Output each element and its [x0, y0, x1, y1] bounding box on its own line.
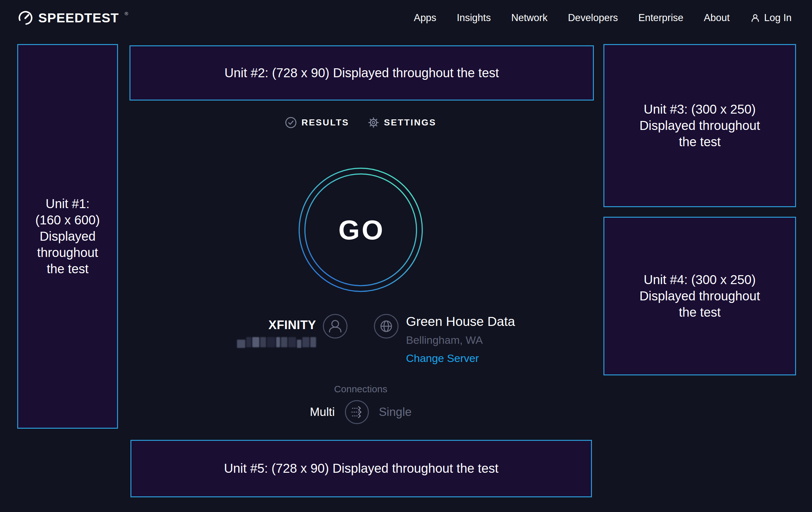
- ad-unit-5-text: Unit #5: (728 x 90) Displayed throughout…: [224, 460, 498, 477]
- connections-label: Connections: [334, 384, 387, 395]
- ad-unit-5[interactable]: Unit #5: (728 x 90) Displayed throughout…: [130, 440, 592, 497]
- tab-settings[interactable]: SETTINGS: [368, 117, 436, 128]
- change-server-link[interactable]: Change Server: [406, 352, 479, 365]
- go-button-label: GO: [298, 167, 423, 292]
- ad-unit-1-text: Unit #1: (160 x 600) Displayed throughou…: [35, 196, 100, 277]
- speedometer-gauge-icon: [18, 10, 33, 26]
- tab-settings-label: SETTINGS: [384, 117, 436, 128]
- globe-icon: [374, 314, 399, 339]
- nav-item-about[interactable]: About: [704, 12, 730, 24]
- user-icon: [750, 13, 760, 23]
- logo-trademark: ®: [125, 11, 128, 16]
- tab-results-label: RESULTS: [301, 117, 349, 128]
- logo-text: SPEEDTEST: [38, 10, 119, 26]
- ad-unit-4[interactable]: Unit #4: (300 x 250) Displayed throughou…: [603, 217, 796, 375]
- ad-unit-1[interactable]: Unit #1: (160 x 600) Displayed throughou…: [17, 44, 118, 429]
- login-button[interactable]: Log In: [750, 12, 791, 24]
- nav-item-network[interactable]: Network: [511, 12, 548, 24]
- check-circle-icon: [285, 117, 297, 128]
- login-label: Log In: [764, 12, 791, 24]
- gear-icon: [368, 117, 379, 128]
- nav-item-enterprise[interactable]: Enterprise: [638, 12, 683, 24]
- connections-multi-option[interactable]: Multi: [310, 405, 335, 419]
- server-location: Bellingham, WA: [406, 334, 483, 346]
- ad-unit-4-text: Unit #4: (300 x 250) Displayed throughou…: [639, 272, 760, 321]
- avatar-icon: [322, 314, 348, 339]
- ad-unit-3-text: Unit #3: (300 x 250) Displayed throughou…: [639, 101, 760, 150]
- nav-item-developers[interactable]: Developers: [568, 12, 618, 24]
- connections-toggle[interactable]: [344, 400, 369, 425]
- speedtest-logo[interactable]: SPEEDTEST ®: [18, 10, 127, 26]
- isp-name: XFINITY: [268, 318, 316, 332]
- connections-single-option[interactable]: Single: [379, 405, 412, 419]
- ip-address-redacted: [237, 336, 316, 348]
- nav-item-apps[interactable]: Apps: [414, 12, 436, 24]
- connections-toggle-row: Multi Single: [310, 400, 412, 425]
- tabs-row: RESULTS: [285, 116, 436, 129]
- speed-test-panel: RESULTS: [118, 36, 603, 425]
- go-button[interactable]: GO: [298, 167, 423, 292]
- top-nav-bar: SPEEDTEST ® Apps Insights Network Develo…: [0, 0, 812, 36]
- main-nav: Apps Insights Network Developers Enterpr…: [414, 12, 791, 24]
- provider-server-row: XFINITY: [118, 314, 603, 365]
- server-name: Green House Data: [406, 314, 515, 329]
- server-block: Green House Data Bellingham, WA Change S…: [361, 314, 603, 365]
- tab-results[interactable]: RESULTS: [285, 117, 349, 128]
- ad-unit-3[interactable]: Unit #3: (300 x 250) Displayed throughou…: [603, 44, 796, 207]
- isp-block: XFINITY: [118, 314, 361, 365]
- nav-item-insights[interactable]: Insights: [457, 12, 491, 24]
